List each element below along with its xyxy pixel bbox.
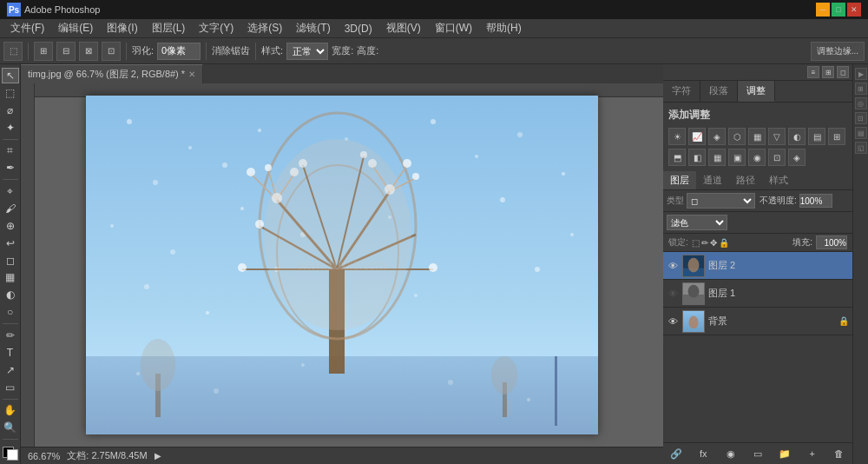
canvas-wrapper[interactable]: www.16xx8.com bbox=[21, 83, 663, 447]
rsi-btn-2[interactable]: ⊞ bbox=[855, 83, 867, 95]
adj-brightness[interactable]: ☀ bbox=[668, 128, 686, 145]
link-layers-btn[interactable]: 🔗 bbox=[668, 446, 684, 461]
adj-gradient-map[interactable]: ▣ bbox=[728, 149, 746, 166]
tool-select-rect[interactable]: ⬚ bbox=[2, 85, 19, 101]
opacity-input[interactable] bbox=[799, 194, 832, 208]
minimize-button[interactable]: ─ bbox=[816, 3, 830, 17]
tool-hand[interactable]: ✋ bbox=[2, 403, 19, 419]
tab-paragraph[interactable]: 段落 bbox=[700, 81, 738, 102]
layer-2-visibility[interactable]: 👁 bbox=[667, 260, 679, 272]
menu-select[interactable]: 选择(S) bbox=[240, 19, 289, 37]
adj-extra[interactable]: ◈ bbox=[788, 149, 806, 166]
adj-exposure[interactable]: ◈ bbox=[708, 128, 726, 145]
lock-all[interactable]: 🔒 bbox=[719, 238, 729, 248]
feather-input[interactable] bbox=[157, 43, 201, 60]
rsi-btn-1[interactable]: ▶ bbox=[855, 68, 867, 80]
panel-icon-1[interactable]: ≡ bbox=[807, 66, 819, 78]
tool-shape[interactable]: ▭ bbox=[2, 380, 19, 395]
menu-window[interactable]: 窗口(W) bbox=[428, 19, 479, 37]
document-tab[interactable]: timg.jpg @ 66.7% (图层 2, RGB/8#) * ✕ bbox=[21, 64, 203, 83]
panel-icon-3[interactable]: ◻ bbox=[837, 66, 849, 78]
add-mask-btn[interactable]: ◉ bbox=[723, 446, 739, 461]
layer-item-2[interactable]: 👁 图层 2 bbox=[663, 252, 852, 280]
style-select[interactable]: 正常 bbox=[286, 43, 328, 60]
layer-type-select[interactable]: ◻ bbox=[687, 193, 755, 209]
tool-move[interactable]: ↖ bbox=[2, 68, 19, 83]
status-arrow[interactable]: ▶ bbox=[155, 451, 161, 461]
tool-brush[interactable]: 🖌 bbox=[2, 201, 19, 216]
tool-gradient[interactable]: ▦ bbox=[2, 270, 19, 286]
new-sel-btn[interactable]: ⊞ bbox=[34, 42, 53, 61]
close-button[interactable]: ✕ bbox=[847, 3, 861, 17]
layers-tab-channels[interactable]: 通道 bbox=[696, 171, 729, 189]
menu-help[interactable]: 帮助(H) bbox=[479, 19, 529, 37]
window-controls[interactable]: ─ □ ✕ bbox=[816, 3, 861, 17]
menu-layer[interactable]: 图层(L) bbox=[145, 19, 193, 37]
menu-file[interactable]: 文件(F) bbox=[3, 19, 51, 37]
adj-vibrance[interactable]: ⬡ bbox=[728, 128, 746, 145]
tool-healing[interactable]: ⌖ bbox=[2, 183, 19, 199]
adj-invert[interactable]: ⬒ bbox=[668, 149, 686, 166]
adj-channel-mixer[interactable]: ▤ bbox=[808, 128, 825, 145]
adj-curves[interactable]: 📈 bbox=[688, 128, 706, 145]
delete-layer-btn[interactable]: 🗑 bbox=[832, 446, 847, 461]
adj-colorbalance[interactable]: ▽ bbox=[768, 128, 786, 145]
lock-transparent[interactable]: ⬚ bbox=[692, 238, 700, 248]
tool-type[interactable]: T bbox=[2, 345, 19, 361]
sub-sel-btn[interactable]: ⊠ bbox=[79, 42, 98, 61]
lock-move[interactable]: ✥ bbox=[710, 238, 717, 248]
rsi-btn-6[interactable]: ◱ bbox=[855, 142, 867, 154]
menu-edit[interactable]: 编辑(E) bbox=[51, 19, 100, 37]
adj-hsl[interactable]: ▦ bbox=[748, 128, 766, 145]
tool-path-select[interactable]: ↗ bbox=[2, 362, 19, 378]
adj-color-lookup[interactable]: ⊞ bbox=[828, 128, 845, 145]
new-layer-btn[interactable]: + bbox=[805, 446, 820, 461]
maximize-button[interactable]: □ bbox=[832, 3, 845, 17]
layers-tab-styles[interactable]: 样式 bbox=[762, 171, 795, 189]
adj-photofilter[interactable]: ◐ bbox=[788, 128, 806, 145]
menu-view[interactable]: 视图(V) bbox=[379, 19, 428, 37]
tool-pen[interactable]: ✏ bbox=[2, 328, 19, 343]
doc-close-btn[interactable]: ✕ bbox=[188, 70, 195, 79]
tool-zoom[interactable]: 🔍 bbox=[2, 420, 19, 435]
panel-icon-2[interactable]: ⊞ bbox=[822, 66, 834, 78]
tool-history-brush[interactable]: ↩ bbox=[2, 235, 19, 251]
tab-adjust[interactable]: 调整 bbox=[738, 81, 775, 102]
rsi-btn-4[interactable]: ⊡ bbox=[855, 112, 867, 124]
layers-tab-layers[interactable]: 图层 bbox=[663, 171, 696, 189]
adj-posterize[interactable]: ◧ bbox=[688, 149, 706, 166]
background-color[interactable] bbox=[7, 449, 18, 461]
layer-item-bg[interactable]: 👁 bbox=[663, 308, 852, 335]
adj-levels[interactable]: ⊡ bbox=[768, 149, 786, 166]
color-swatch[interactable] bbox=[3, 447, 18, 461]
fill-input[interactable] bbox=[816, 235, 847, 249]
menu-3d[interactable]: 3D(D) bbox=[338, 21, 379, 36]
layers-tab-paths[interactable]: 路径 bbox=[729, 171, 762, 189]
intersect-sel-btn[interactable]: ⊡ bbox=[102, 42, 121, 61]
tool-crop[interactable]: ⌗ bbox=[2, 143, 19, 158]
menu-image[interactable]: 图像(I) bbox=[100, 19, 144, 37]
layer-1-visibility[interactable]: 👁 bbox=[667, 288, 679, 300]
menu-type[interactable]: 文字(Y) bbox=[192, 19, 240, 37]
tool-lasso[interactable]: ⌀ bbox=[2, 103, 19, 118]
tool-magic-wand[interactable]: ✦ bbox=[2, 120, 19, 136]
blend-mode-select[interactable]: 滤色 bbox=[667, 215, 727, 230]
rsi-btn-3[interactable]: ◎ bbox=[855, 97, 867, 109]
tool-eraser[interactable]: ◻ bbox=[2, 253, 19, 268]
layer-item-1[interactable]: 👁 图层 1 bbox=[663, 280, 852, 308]
adj-selective-color[interactable]: ◉ bbox=[748, 149, 766, 166]
group-btn[interactable]: 📁 bbox=[777, 446, 792, 461]
tool-clone[interactable]: ⊕ bbox=[2, 218, 19, 234]
rsi-btn-5[interactable]: ▤ bbox=[855, 127, 867, 139]
tab-character[interactable]: 字符 bbox=[663, 81, 700, 102]
adjustment-btn[interactable]: ▭ bbox=[750, 446, 766, 461]
adj-threshold[interactable]: ▦ bbox=[708, 149, 726, 166]
add-sel-btn[interactable]: ⊟ bbox=[56, 42, 76, 61]
tool-mode-btn[interactable]: ⬚ bbox=[3, 42, 23, 61]
menu-filter[interactable]: 滤镜(T) bbox=[289, 19, 337, 37]
adjust-edge-btn[interactable]: 调整边缘... bbox=[811, 42, 865, 61]
bg-visibility[interactable]: 👁 bbox=[667, 315, 679, 328]
fx-btn[interactable]: fx bbox=[695, 446, 711, 461]
lock-paint[interactable]: ✏ bbox=[701, 238, 708, 248]
tool-blur[interactable]: ◐ bbox=[2, 287, 19, 302]
